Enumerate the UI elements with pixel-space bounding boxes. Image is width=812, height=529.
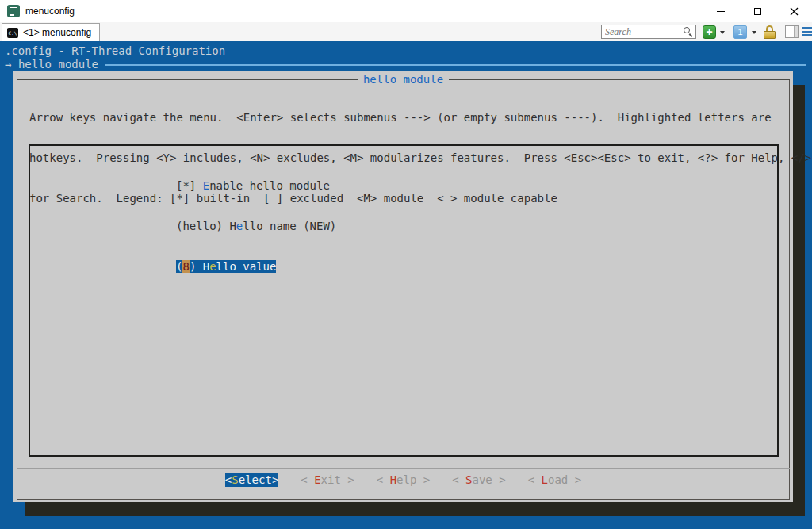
instructions-line-1: Arrow keys navigate the menu. <Enter> se… [29, 111, 811, 125]
select-button[interactable]: <Select> [225, 473, 278, 487]
button-separator [17, 468, 790, 469]
new-console-button[interactable]: + [703, 25, 716, 39]
dialog-buttons: <Select> < Exit > < Help > < Save > < Lo… [13, 473, 793, 487]
hotkey-letter: E [203, 179, 209, 192]
path-arrow: → [5, 58, 11, 71]
load-button[interactable]: < Load > [528, 473, 581, 487]
lock-icon[interactable] [763, 25, 777, 39]
menu-icon[interactable] [802, 27, 812, 38]
menu-list: [*] Enable hello module (hello) Hello na… [29, 144, 779, 457]
menu-item-hello-value[interactable]: (8) Hello value [176, 260, 336, 274]
view-panel-icon[interactable] [785, 25, 799, 38]
tab-label: <1> menuconfig [23, 27, 91, 38]
tab-menuconfig[interactable]: C:\ <1> menuconfig [2, 23, 100, 41]
search-box[interactable] [601, 25, 696, 39]
maximize-icon [754, 8, 761, 15]
path-rule [105, 64, 806, 66]
menu-path: → hello module [5, 58, 806, 71]
minimize-button[interactable] [703, 0, 739, 22]
backtitle: .config - RT-Thread Configuration [5, 44, 225, 58]
console-switch-dropdown-icon[interactable] [752, 31, 756, 34]
path-text: hello module [18, 58, 98, 71]
search-input[interactable] [602, 26, 683, 38]
menu-item-enable-hello-module[interactable]: [*] Enable hello module [176, 179, 336, 193]
maximize-button[interactable] [739, 0, 776, 22]
cmd-icon: C:\ [7, 28, 18, 38]
save-button[interactable]: < Save > [452, 473, 505, 487]
conemu-app-icon [7, 5, 20, 17]
tab-bar: C:\ <1> menuconfig + 1 [0, 22, 812, 41]
hotkey-letter: e [209, 260, 216, 273]
menu-item-hello-name[interactable]: (hello) Hello name (NEW) [176, 220, 336, 233]
search-icon[interactable] [683, 26, 694, 37]
window-title: menuconfig [25, 6, 75, 17]
exit-button[interactable]: < Exit > [301, 473, 354, 487]
close-button[interactable] [776, 0, 812, 22]
close-icon [790, 7, 799, 16]
terminal: .config - RT-Thread Configuration → hell… [0, 41, 812, 529]
minimize-icon [717, 11, 725, 12]
menuconfig-dialog: hello module Arrow keys navigate the men… [13, 71, 793, 502]
console-switch-button[interactable]: 1 [733, 25, 747, 39]
help-button[interactable]: < Help > [377, 473, 430, 487]
text-cursor: 8 [182, 260, 189, 273]
new-console-dropdown-icon[interactable] [720, 31, 725, 34]
title-bar: menuconfig [0, 0, 812, 22]
